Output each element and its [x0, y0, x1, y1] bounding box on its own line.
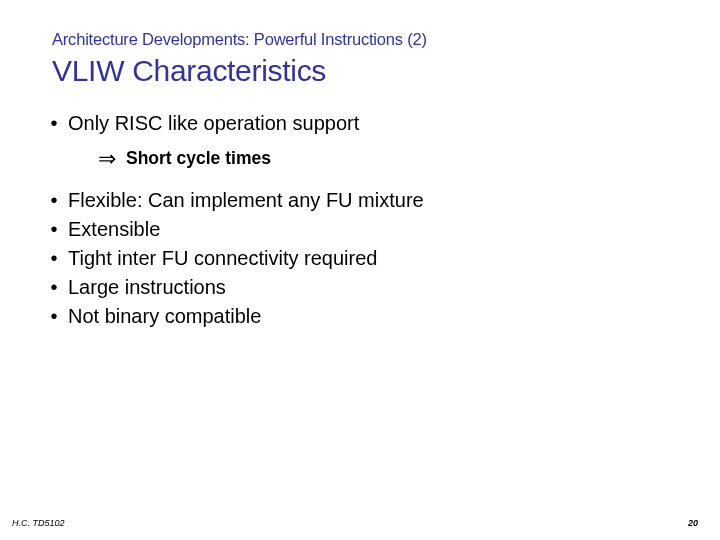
bullet-dot: • [40, 187, 68, 214]
footer-left: H.C. TD5102 [12, 518, 65, 528]
bullet-text: Tight inter FU connectivity required [68, 245, 660, 272]
bullet-dot: • [40, 274, 68, 301]
bullet-item: • Not binary compatible [40, 303, 660, 330]
arrow-icon: ⇒ [98, 148, 116, 170]
bullet-item: • Only RISC like operation support [40, 110, 660, 137]
bullet-dot: • [40, 303, 68, 330]
slide-subtitle: Architecture Developments: Powerful Inst… [52, 30, 427, 49]
slide: { "header": { "subtitle": "Architecture … [0, 0, 720, 540]
page-number: 20 [688, 518, 698, 528]
bullet-item: • Tight inter FU connectivity required [40, 245, 660, 272]
bullet-item: • Large instructions [40, 274, 660, 301]
sub-bullet-item: ⇒ Short cycle times [98, 147, 660, 171]
bullet-dot: • [40, 245, 68, 272]
bullet-item: • Flexible: Can implement any FU mixture [40, 187, 660, 214]
bullet-text: Not binary compatible [68, 303, 660, 330]
bullet-text: Extensible [68, 216, 660, 243]
bullet-text: Large instructions [68, 274, 660, 301]
sub-bullet-text: Short cycle times [126, 147, 271, 171]
bullet-text: Only RISC like operation support [68, 110, 660, 137]
bullet-dot: • [40, 110, 68, 137]
bullet-dot: • [40, 216, 68, 243]
slide-body: • Only RISC like operation support ⇒ Sho… [40, 110, 660, 332]
bullet-item: • Extensible [40, 216, 660, 243]
bullet-text: Flexible: Can implement any FU mixture [68, 187, 660, 214]
slide-title: VLIW Characteristics [52, 54, 326, 88]
